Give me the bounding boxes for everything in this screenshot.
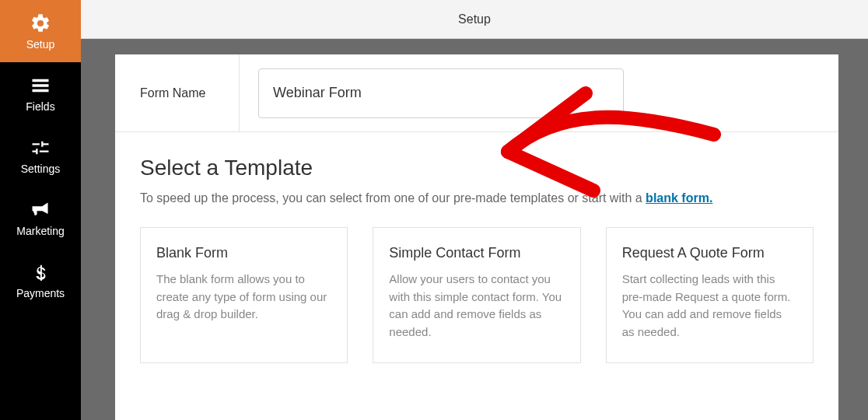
blank-form-link[interactable]: blank form. (646, 191, 712, 205)
sidebar-item-fields[interactable]: Fields (0, 62, 81, 124)
template-heading: Select a Template (140, 156, 814, 180)
card-title: Request A Quote Form (622, 245, 797, 261)
sidebar-item-label: Fields (26, 100, 54, 113)
sidebar-item-label: Settings (21, 163, 61, 175)
form-name-input-wrap (240, 54, 838, 131)
sidebar-item-marketing[interactable]: Marketing (0, 187, 81, 249)
gear-icon (29, 12, 52, 35)
sliders-icon (29, 136, 52, 159)
canvas: Form Name Select a Template To speed up … (81, 39, 868, 420)
bullhorn-icon (29, 198, 52, 222)
page-title: Setup (458, 12, 491, 26)
card-title: Blank Form (156, 245, 331, 261)
topbar: Setup (81, 0, 868, 39)
card-desc: Start collecting leads with this pre-mad… (622, 271, 797, 341)
card-desc: Allow your users to contact you with thi… (389, 271, 564, 341)
sidebar: Setup Fields Settings Marketing Payments (0, 0, 81, 420)
sidebar-item-payments[interactable]: Payments (0, 249, 81, 311)
template-section: Select a Template To speed up the proces… (115, 132, 838, 363)
card-desc: The blank form allows you to create any … (156, 271, 331, 324)
template-card-request-quote[interactable]: Request A Quote Form Start collecting le… (606, 227, 814, 363)
sidebar-item-setup[interactable]: Setup (0, 0, 81, 62)
template-cards: Blank Form The blank form allows you to … (140, 227, 814, 363)
card-title: Simple Contact Form (389, 245, 564, 261)
main: Setup Form Name Select a Template To spe… (81, 0, 868, 420)
sidebar-item-label: Setup (26, 38, 55, 51)
list-icon (29, 74, 52, 97)
sidebar-item-label: Payments (16, 287, 65, 299)
form-name-row: Form Name (115, 54, 838, 132)
form-name-input[interactable] (258, 68, 624, 118)
dollar-icon (29, 261, 52, 284)
template-subtext: To speed up the process, you can select … (140, 191, 814, 205)
template-subtext-prefix: To speed up the process, you can select … (140, 191, 646, 205)
template-card-blank[interactable]: Blank Form The blank form allows you to … (140, 227, 348, 363)
sidebar-item-label: Marketing (16, 225, 64, 237)
form-name-label: Form Name (115, 54, 240, 131)
template-card-simple-contact[interactable]: Simple Contact Form Allow your users to … (373, 227, 580, 363)
sidebar-item-settings[interactable]: Settings (0, 124, 81, 187)
setup-panel: Form Name Select a Template To speed up … (115, 54, 838, 420)
